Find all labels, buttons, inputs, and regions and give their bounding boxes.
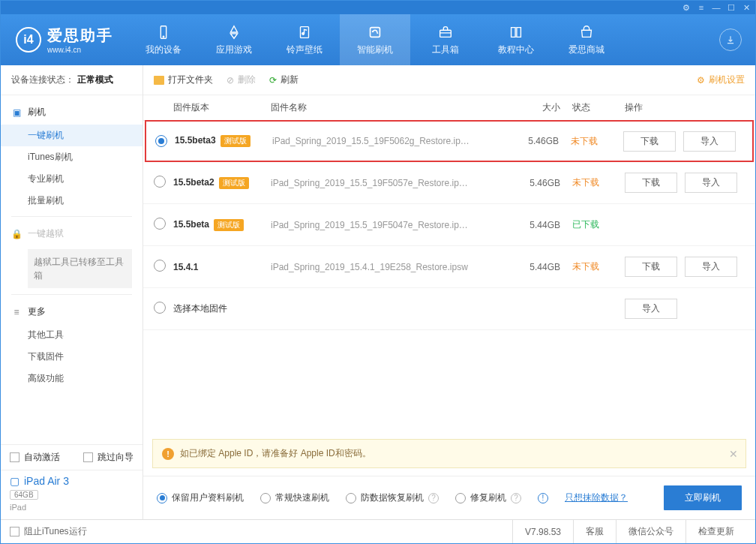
- row-radio[interactable]: [154, 302, 166, 314]
- import-button[interactable]: 导入: [683, 131, 736, 152]
- sidebar-item-advanced[interactable]: 高级功能: [1, 368, 142, 389]
- download-button[interactable]: 下载: [623, 131, 676, 152]
- notice-text: 如已绑定 Apple ID，请准备好 Apple ID和密码。: [180, 447, 371, 460]
- help-icon[interactable]: ?: [428, 493, 439, 503]
- refresh-button[interactable]: ⟳ 刷新: [269, 74, 298, 86]
- svg-rect-4: [370, 27, 380, 37]
- block-itunes-checkbox[interactable]: [10, 527, 20, 536]
- firmware-filename: iPad_Spring_2019_15.5_19F5047e_Restore.i…: [271, 220, 520, 230]
- nav-my-device[interactable]: 我的设备: [128, 14, 199, 65]
- firmware-size: 5.46GB: [520, 178, 572, 188]
- sidebar-item-pro[interactable]: 专业刷机: [1, 168, 142, 190]
- skip-guide-checkbox[interactable]: [83, 452, 93, 462]
- local-firmware-label: 选择本地固件: [173, 303, 227, 314]
- titlebar-settings-icon[interactable]: ⚙: [682, 3, 691, 13]
- import-button[interactable]: 导入: [685, 173, 737, 193]
- row-radio[interactable]: [155, 135, 167, 147]
- option-label: 防数据恢复刷机: [361, 491, 424, 504]
- th-ops: 操作: [625, 101, 745, 114]
- btn-label: 刷机设置: [709, 74, 745, 86]
- import-button[interactable]: 导入: [685, 257, 737, 277]
- delete-button: ⊘ 删除: [226, 74, 256, 86]
- sidebar-item-download-fw[interactable]: 下载固件: [1, 346, 142, 368]
- auto-activate-checkbox[interactable]: [10, 452, 20, 462]
- sidebar: 设备连接状态： 正常模式 ▣ 刷机 一键刷机 iTunes刷机 专业刷机 批量刷…: [1, 65, 143, 519]
- apps-icon: [226, 24, 242, 41]
- store-icon: [578, 24, 595, 41]
- beta-badge: 测试版: [220, 135, 250, 147]
- table-row[interactable]: 15.5beta测试版 iPad_Spring_2019_15.5_19F504…: [143, 204, 755, 246]
- erase-only-link[interactable]: 只想抹除数据？: [565, 491, 628, 504]
- statusbar: 阻止iTunes运行 V7.98.53 客服 微信公众号 检查更新: [1, 519, 755, 543]
- option-radio[interactable]: [455, 493, 466, 503]
- option-radio[interactable]: [346, 493, 356, 503]
- flash-icon: [367, 24, 383, 41]
- flash-options: 保留用户资料刷机常规快速刷机防数据恢复刷机?修复刷机? ! 只想抹除数据？ 立即…: [143, 476, 755, 519]
- table-row-local[interactable]: 选择本地固件 导入: [143, 288, 755, 330]
- nav-ringtones[interactable]: 铃声壁纸: [269, 14, 340, 65]
- row-radio[interactable]: [154, 260, 166, 272]
- firmware-filename: iPad_Spring_2019_15.5_19F5062g_Restore.i…: [272, 136, 518, 146]
- sidebar-group-more[interactable]: ≡ 更多: [1, 299, 142, 324]
- row-radio[interactable]: [154, 176, 166, 188]
- folder-icon: [154, 76, 164, 85]
- top-nav: 我的设备 应用游戏 铃声壁纸 智能刷机 工具箱 教程中心 爱思商城: [128, 14, 706, 65]
- nav-label: 铃声壁纸: [286, 44, 322, 56]
- flash-mode-option[interactable]: 修复刷机?: [455, 491, 521, 504]
- sidebar-item-other[interactable]: 其他工具: [1, 324, 142, 346]
- help-icon[interactable]: ?: [511, 493, 521, 503]
- help-icon[interactable]: !: [538, 493, 548, 503]
- firmware-version: 15.5beta3: [175, 135, 216, 146]
- phone-icon: ▣: [11, 107, 22, 118]
- flash-mode-option[interactable]: 保留用户资料刷机: [157, 491, 244, 504]
- table-row[interactable]: 15.5beta2测试版 iPad_Spring_2019_15.5_19F50…: [143, 162, 755, 204]
- option-radio[interactable]: [157, 493, 167, 503]
- option-radio[interactable]: [260, 493, 271, 503]
- table-row[interactable]: 15.4.1 iPad_Spring_2019_15.4.1_19E258_Re…: [143, 246, 755, 288]
- firmware-state: 未下载: [571, 135, 623, 148]
- beta-badge: 测试版: [214, 219, 244, 231]
- download-button[interactable]: 下载: [625, 257, 677, 277]
- group-label: 更多: [28, 305, 46, 318]
- flash-mode-option[interactable]: 常规快速刷机: [260, 491, 329, 504]
- nav-flash[interactable]: 智能刷机: [340, 14, 410, 65]
- wechat-link[interactable]: 微信公众号: [616, 520, 686, 543]
- download-button[interactable]: 下载: [625, 173, 677, 193]
- flash-mode-option[interactable]: 防数据恢复刷机?: [346, 491, 439, 504]
- appleid-notice: ! 如已绑定 Apple ID，请准备好 Apple ID和密码。 ✕: [152, 439, 746, 468]
- row-radio[interactable]: [154, 218, 166, 230]
- device-panel: ▢ iPad Air 3 64GB iPad: [1, 470, 142, 519]
- nav-toolbox[interactable]: 工具箱: [410, 14, 481, 65]
- conn-value: 正常模式: [77, 74, 113, 86]
- start-flash-button[interactable]: 立即刷机: [664, 485, 742, 510]
- sidebar-group-flash[interactable]: ▣ 刷机: [1, 100, 142, 125]
- close-icon[interactable]: ✕: [729, 448, 738, 460]
- toolbox-icon: [437, 24, 454, 41]
- sidebar-item-batch[interactable]: 批量刷机: [1, 190, 142, 212]
- sidebar-group-jailbreak: 🔒 一键越狱: [1, 221, 142, 246]
- logo-icon: i4: [16, 27, 41, 53]
- titlebar-maximize-icon[interactable]: ☐: [727, 3, 736, 13]
- open-folder-button[interactable]: 打开文件夹: [154, 74, 213, 86]
- import-button[interactable]: 导入: [625, 299, 677, 319]
- version-label: V7.98.53: [512, 520, 573, 543]
- nav-tutorials[interactable]: 教程中心: [481, 14, 551, 65]
- sidebar-item-itunes[interactable]: iTunes刷机: [1, 146, 142, 168]
- refresh-icon: ⟳: [269, 75, 277, 86]
- flash-settings-button[interactable]: ⚙ 刷机设置: [697, 74, 745, 86]
- titlebar-minimize-icon[interactable]: —: [712, 3, 721, 12]
- titlebar-menu-icon[interactable]: ≡: [697, 3, 706, 12]
- sidebar-item-oneclick[interactable]: 一键刷机: [1, 125, 142, 146]
- support-link[interactable]: 客服: [573, 520, 616, 543]
- titlebar-close-icon[interactable]: ✕: [742, 3, 751, 13]
- nav-apps[interactable]: 应用游戏: [199, 14, 269, 65]
- device-name[interactable]: ▢ iPad Air 3: [10, 475, 134, 487]
- table-row[interactable]: 15.5beta3测试版 iPad_Spring_2019_15.5_19F50…: [145, 120, 754, 162]
- check-update-link[interactable]: 检查更新: [686, 520, 746, 543]
- nav-store[interactable]: 爱思商城: [551, 14, 622, 65]
- downloads-button[interactable]: [719, 29, 742, 51]
- firmware-state: 未下载: [572, 176, 625, 189]
- th-version: 固件版本: [173, 101, 271, 114]
- info-icon: !: [162, 448, 174, 460]
- lock-icon: 🔒: [11, 229, 22, 239]
